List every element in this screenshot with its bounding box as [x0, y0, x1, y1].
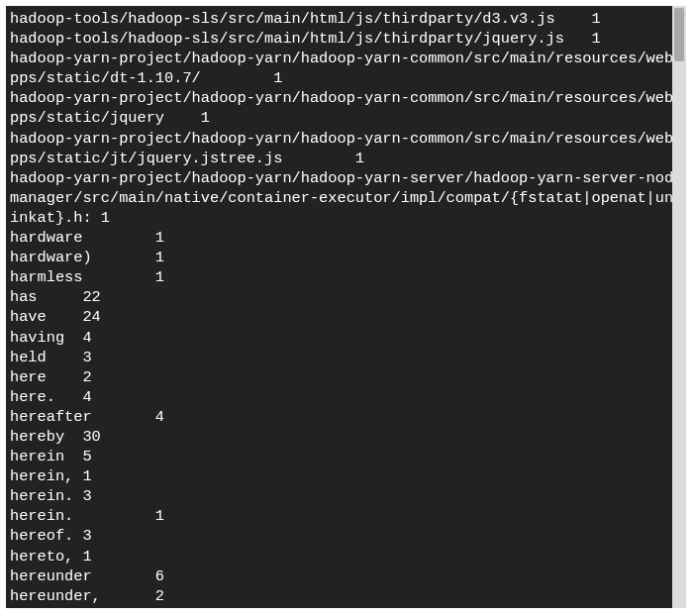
output-line: has 22	[10, 288, 101, 306]
output-line: hardware) 1	[10, 249, 164, 266]
scrollbar-thumb[interactable]	[674, 8, 684, 61]
output-line: here 2	[10, 368, 92, 386]
output-line: hereunder, 2	[10, 587, 164, 605]
output-line: hadoop-yarn-project/hadoop-yarn/hadoop-y…	[10, 50, 682, 87]
app-frame: hadoop-tools/hadoop-sls/src/main/html/js…	[0, 0, 694, 616]
output-line: hadoop-yarn-project/hadoop-yarn/hadoop-y…	[10, 89, 682, 127]
output-line: hereafter 4	[10, 408, 164, 426]
output-line: herein. 1	[10, 507, 164, 525]
output-line: herein 5	[10, 448, 92, 465]
terminal-output: hadoop-tools/hadoop-sls/src/main/html/js…	[6, 6, 686, 608]
output-line: hereunder 6	[10, 567, 164, 585]
output-line: hereby 30	[10, 428, 101, 446]
output-line: hadoop-yarn-project/hadoop-yarn/hadoop-y…	[10, 169, 682, 227]
output-line: have 24	[10, 308, 101, 326]
output-line: hadoop-yarn-project/hadoop-yarn/hadoop-y…	[10, 130, 682, 167]
terminal-content: hadoop-tools/hadoop-sls/src/main/html/js…	[10, 9, 686, 608]
output-line: here. 4	[10, 388, 92, 406]
output-line: harmless 1	[10, 268, 164, 286]
output-line: hereof. 3	[10, 527, 92, 545]
output-line: hereunder. 4	[10, 607, 164, 608]
output-line: herein, 1	[10, 467, 92, 485]
output-line: herein. 3	[10, 487, 92, 505]
output-line: hadoop-tools/hadoop-sls/src/main/html/js…	[10, 10, 601, 28]
scrollbar-track[interactable]	[672, 6, 686, 608]
output-line: hardware 1	[10, 229, 164, 247]
output-line: held 3	[10, 349, 92, 366]
output-line: hereto, 1	[10, 548, 92, 565]
output-line: having 4	[10, 329, 92, 347]
output-line: hadoop-tools/hadoop-sls/src/main/html/js…	[10, 30, 601, 48]
